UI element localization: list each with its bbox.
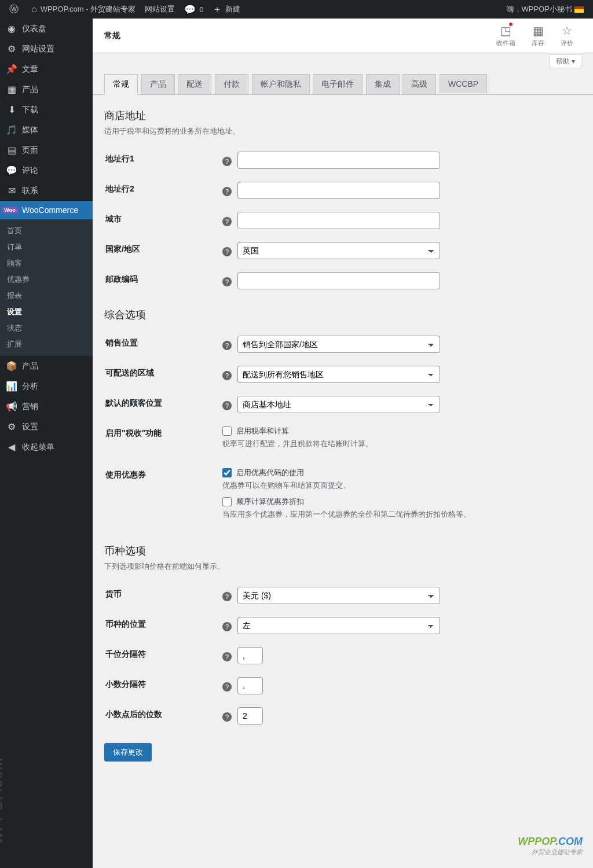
menu-marketing[interactable]: 📢营销 [0, 396, 93, 417]
label-postcode: 邮政编码 [105, 266, 221, 295]
customer-loc-select[interactable]: 商店基本地址 [237, 396, 440, 413]
submenu-customers[interactable]: 顾客 [0, 255, 93, 271]
tax-desc: 税率可进行配置，并且税款将在结账时计算。 [222, 439, 532, 449]
help-icon[interactable]: ? [222, 712, 232, 722]
section-store-address: 商店地址 [104, 109, 533, 123]
site-settings-link[interactable]: 网站设置 [140, 0, 180, 19]
new-content-link[interactable]: ＋新建 [208, 0, 245, 19]
tab-shipping[interactable]: 配送 [178, 74, 211, 94]
shipping-select[interactable]: 配送到所有您销售地区 [237, 366, 440, 383]
tab-accounts[interactable]: 帐户和隐私 [252, 74, 310, 94]
inbox-button[interactable]: ◳收件箱 [488, 19, 524, 52]
help-icon[interactable]: ? [222, 247, 232, 256]
help-icon[interactable]: ? [222, 341, 232, 350]
tab-products[interactable]: 产品 [141, 74, 175, 94]
side-watermark: WPPOP.com [0, 757, 6, 773]
grid-icon: ▦ [6, 84, 17, 95]
help-icon[interactable]: ? [222, 217, 232, 226]
page-icon: ▤ [6, 145, 17, 156]
coupon-desc1: 优惠券可以在购物车和结算页面提交。 [222, 480, 532, 491]
submenu-home[interactable]: 首页 [0, 223, 93, 239]
help-icon[interactable]: ? [222, 277, 232, 286]
coupon-check2-label: 顺序计算优惠券折扣 [236, 496, 304, 507]
help-toggle[interactable]: 帮助 ▾ [550, 54, 581, 68]
wordpress-icon: ⓦ [9, 3, 19, 16]
reviews-button[interactable]: ☆评价 [552, 19, 581, 52]
submenu-extensions[interactable]: 扩展 [0, 336, 93, 352]
admin-sidebar: ◉仪表盘 ⚙网站设置 📌文章 ▦产品 ⬇下载 🎵媒体 ▤页面 💬评论 ✉联系 W… [0, 19, 93, 773]
postcode-input[interactable] [237, 272, 440, 289]
help-icon[interactable]: ? [222, 592, 232, 601]
label-decimals: 小数点后的位数 [105, 701, 221, 730]
currency-select[interactable]: 美元 ($) [237, 587, 440, 604]
media-icon: 🎵 [6, 124, 17, 135]
help-icon[interactable]: ? [222, 622, 232, 631]
tax-checkbox[interactable] [222, 426, 232, 436]
position-select[interactable]: 左 [237, 617, 440, 634]
gear-icon: ⚙ [6, 43, 17, 54]
tab-wccbp[interactable]: WCCBP [440, 74, 487, 93]
comment-icon: 💬 [6, 165, 17, 176]
user-greeting[interactable]: 嗨，WPPOP小秘书 [502, 0, 588, 19]
menu-comments[interactable]: 💬评论 [0, 160, 93, 181]
menu-downloads[interactable]: ⬇下载 [0, 100, 93, 120]
submenu-coupons[interactable]: 优惠券 [0, 271, 93, 288]
admin-bar: ⓦ ⌂WPPOP.com - 外贸建站专家 网站设置 💬0 ＋新建 嗨，WPPO… [0, 0, 593, 19]
address1-input[interactable] [237, 152, 440, 169]
stock-button[interactable]: ▦库存 [524, 19, 552, 52]
coupon-seq-checkbox[interactable] [222, 497, 232, 506]
comments-link[interactable]: 💬0 [180, 0, 208, 19]
help-icon[interactable]: ? [222, 371, 232, 380]
menu-settings[interactable]: ⚙设置 [0, 417, 93, 437]
menu-pages[interactable]: ▤页面 [0, 140, 93, 160]
decimals-input[interactable] [237, 707, 263, 724]
menu-media[interactable]: 🎵媒体 [0, 120, 93, 140]
menu-analytics[interactable]: 📊分析 [0, 376, 93, 396]
country-select[interactable]: 英国 [237, 242, 440, 259]
site-link[interactable]: ⌂WPPOP.com - 外贸建站专家 [27, 0, 140, 19]
woo-icon: Woo [6, 207, 17, 214]
selling-select[interactable]: 销售到全部国家/地区 [237, 336, 440, 353]
submenu-status[interactable]: 状态 [0, 320, 93, 336]
submenu-reports[interactable]: 报表 [0, 288, 93, 304]
menu-woocommerce[interactable]: WooWooCommerce [0, 201, 93, 219]
help-icon[interactable]: ? [222, 187, 232, 196]
label-thousand: 千位分隔符 [105, 641, 221, 670]
menu-collapse[interactable]: ◀收起菜单 [0, 437, 93, 457]
settings-tabs: 常规 产品 配送 付款 帐户和隐私 电子邮件 集成 高级 WCCBP [93, 73, 593, 95]
menu-site-settings[interactable]: ⚙网站设置 [0, 39, 93, 59]
label-coupon: 使用优惠券 [105, 462, 221, 531]
label-currency: 货币 [105, 581, 221, 610]
menu-posts[interactable]: 📌文章 [0, 59, 93, 79]
label-address2: 地址行2 [105, 176, 221, 205]
menu-dashboard[interactable]: ◉仪表盘 [0, 19, 93, 39]
star-icon: ☆ [562, 24, 572, 38]
tab-general[interactable]: 常规 [104, 74, 138, 95]
label-customer-loc: 默认的顾客位置 [105, 390, 221, 419]
decimal-input[interactable] [237, 677, 263, 694]
tab-emails[interactable]: 电子邮件 [313, 74, 363, 94]
menu-products2[interactable]: 📦产品 [0, 356, 93, 376]
wp-logo[interactable]: ⓦ [5, 0, 27, 19]
tab-integration[interactable]: 集成 [366, 74, 400, 94]
tab-advanced[interactable]: 高级 [402, 74, 436, 94]
save-button[interactable]: 保存更改 [104, 743, 152, 762]
help-icon[interactable]: ? [222, 652, 232, 661]
label-tax: 启用"税收"功能 [105, 420, 221, 461]
home-icon: ⌂ [31, 4, 37, 14]
menu-contact[interactable]: ✉联系 [0, 181, 93, 201]
inbox-icon: ◳ [500, 24, 511, 38]
menu-products[interactable]: ▦产品 [0, 79, 93, 100]
megaphone-icon: 📢 [6, 401, 17, 412]
city-input[interactable] [237, 212, 440, 229]
address2-input[interactable] [237, 182, 440, 199]
help-icon[interactable]: ? [222, 157, 232, 166]
submenu-orders[interactable]: 订单 [0, 239, 93, 255]
help-icon[interactable]: ? [222, 682, 232, 692]
coupon-checkbox[interactable] [222, 468, 232, 477]
submenu-settings[interactable]: 设置 [0, 304, 93, 320]
thousand-input[interactable] [237, 647, 263, 664]
tab-payments[interactable]: 付款 [215, 74, 248, 94]
help-icon[interactable]: ? [222, 401, 232, 410]
sliders-icon: ⚙ [6, 421, 17, 432]
